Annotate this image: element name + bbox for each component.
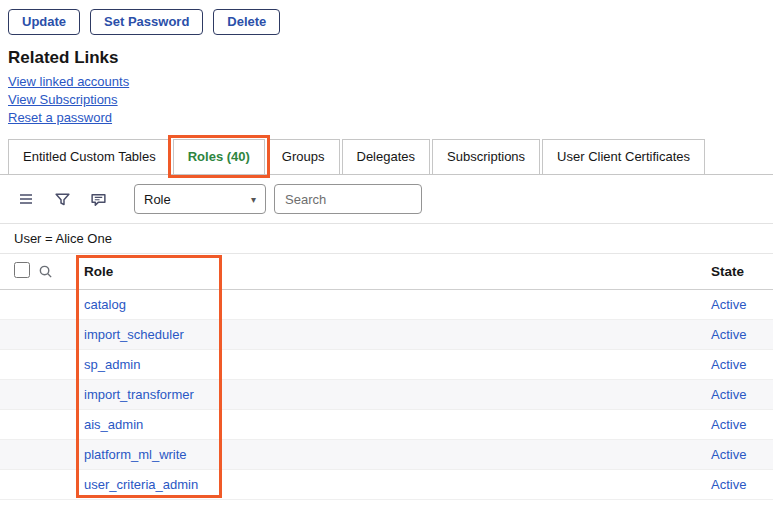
role-column-header[interactable]: Role	[76, 264, 703, 279]
header-search-cell	[38, 264, 76, 279]
role-cell: import_scheduler	[76, 327, 703, 342]
tab-subscriptions[interactable]: Subscriptions	[432, 139, 540, 174]
state-link[interactable]: Active	[711, 447, 746, 462]
state-cell: Active	[703, 297, 773, 312]
state-cell: Active	[703, 327, 773, 342]
role-cell: sp_admin	[76, 357, 703, 372]
update-button[interactable]: Update	[8, 9, 80, 35]
tab-roles-40[interactable]: Roles (40)	[173, 139, 265, 174]
tab-label: Subscriptions	[447, 149, 525, 164]
role-link[interactable]: catalog	[84, 297, 126, 312]
role-cell: platform_ml_write	[76, 447, 703, 462]
action-button-bar: Update Set Password Delete	[0, 0, 773, 35]
tab-entitled-custom-tables[interactable]: Entitled Custom Tables	[8, 139, 171, 174]
tab-groups[interactable]: Groups	[267, 139, 340, 174]
role-link[interactable]: platform_ml_write	[84, 447, 187, 462]
state-link[interactable]: Active	[711, 387, 746, 402]
table-row: ais_adminActive	[0, 410, 773, 440]
related-links-section: Related Links View linked accounts View …	[0, 48, 773, 125]
state-link[interactable]: Active	[711, 327, 746, 342]
table-header-row: Role State	[0, 254, 773, 290]
select-all-checkbox[interactable]	[14, 262, 30, 278]
delete-button[interactable]: Delete	[213, 9, 280, 35]
search-input[interactable]	[274, 184, 422, 214]
table-row: catalogActive	[0, 290, 773, 320]
link-view-linked-accounts[interactable]: View linked accounts	[8, 74, 129, 89]
role-cell: ais_admin	[76, 417, 703, 432]
table-row: platform_ml_writeActive	[0, 440, 773, 470]
tab-bar: Entitled Custom TablesRoles (40)GroupsDe…	[0, 139, 773, 175]
link-view-subscriptions[interactable]: View Subscriptions	[8, 92, 118, 107]
header-checkbox-cell	[0, 262, 38, 281]
roles-table: Role State catalogActiveimport_scheduler…	[0, 254, 773, 500]
role-link[interactable]: ais_admin	[84, 417, 143, 432]
chevron-down-icon: ▾	[251, 194, 256, 205]
filter-icon[interactable]	[48, 185, 76, 213]
role-link[interactable]: import_scheduler	[84, 327, 184, 342]
state-cell: Active	[703, 357, 773, 372]
tab-user-client-certificates[interactable]: User Client Certificates	[542, 139, 705, 174]
state-cell: Active	[703, 387, 773, 402]
related-links-title: Related Links	[8, 48, 765, 68]
role-cell: import_transformer	[76, 387, 703, 402]
table-row: import_schedulerActive	[0, 320, 773, 350]
tab-label: Delegates	[357, 149, 416, 164]
breadcrumb[interactable]: User = Alice One	[0, 224, 773, 254]
table-row: sp_adminActive	[0, 350, 773, 380]
state-link[interactable]: Active	[711, 417, 746, 432]
state-cell: Active	[703, 447, 773, 462]
state-link[interactable]: Active	[711, 357, 746, 372]
link-reset-a-password[interactable]: Reset a password	[8, 110, 112, 125]
tab-label: Roles (40)	[188, 149, 250, 164]
table-body: catalogActiveimport_schedulerActivesp_ad…	[0, 290, 773, 500]
search-icon[interactable]	[38, 264, 53, 279]
role-cell: user_criteria_admin	[76, 477, 703, 492]
state-cell: Active	[703, 417, 773, 432]
state-link[interactable]: Active	[711, 297, 746, 312]
tab-label: Entitled Custom Tables	[23, 149, 156, 164]
table-row: import_transformerActive	[0, 380, 773, 410]
tab-label: User Client Certificates	[557, 149, 690, 164]
state-column-header[interactable]: State	[703, 264, 773, 279]
state-cell: Active	[703, 477, 773, 492]
role-link[interactable]: sp_admin	[84, 357, 140, 372]
state-link[interactable]: Active	[711, 477, 746, 492]
menu-icon[interactable]	[12, 185, 40, 213]
table-row: user_criteria_adminActive	[0, 470, 773, 500]
column-filter-select[interactable]: Role ▾	[134, 184, 266, 214]
role-link[interactable]: user_criteria_admin	[84, 477, 198, 492]
tab-delegates[interactable]: Delegates	[342, 139, 431, 174]
comment-icon[interactable]	[84, 185, 112, 213]
tab-label: Groups	[282, 149, 325, 164]
column-filter-value: Role	[144, 192, 171, 207]
role-cell: catalog	[76, 297, 703, 312]
set-password-button[interactable]: Set Password	[90, 9, 203, 35]
list-toolbar: Role ▾	[0, 175, 773, 224]
role-link[interactable]: import_transformer	[84, 387, 194, 402]
